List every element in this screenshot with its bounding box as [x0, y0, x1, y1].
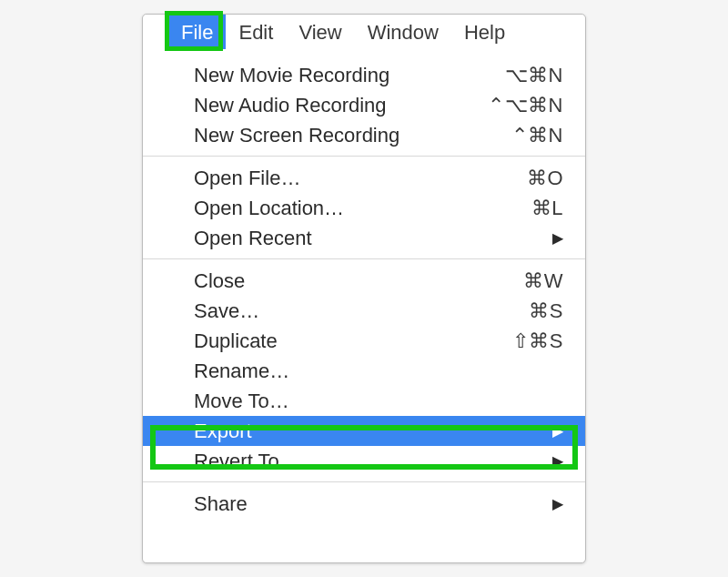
menu-shortcut: ⌘W — [523, 269, 563, 293]
menu-label: Open Recent — [194, 227, 312, 250]
menu-rename[interactable]: Rename… — [143, 356, 585, 386]
file-dropdown: New Movie Recording ⌥⌘N New Audio Record… — [143, 60, 585, 519]
menu-shortcut: ⌘O — [527, 167, 563, 190]
menu-save[interactable]: Save… ⌘S — [143, 296, 585, 326]
menubar: File Edit View Window Help — [143, 15, 585, 49]
menu-shortcut: ⌃⌥⌘N — [488, 94, 563, 117]
menu-duplicate[interactable]: Duplicate ⇧⌘S — [143, 326, 585, 356]
menu-new-movie-recording[interactable]: New Movie Recording ⌥⌘N — [143, 60, 585, 90]
menubar-window[interactable]: Window — [355, 15, 451, 49]
menubar-file[interactable]: File — [168, 15, 226, 49]
menu-separator — [143, 156, 585, 157]
menu-label: New Audio Recording — [194, 94, 387, 117]
menu-label: New Screen Recording — [194, 124, 399, 147]
menu-label: Open File… — [194, 167, 300, 190]
menu-label: Export — [194, 420, 252, 443]
menubar-edit[interactable]: Edit — [226, 15, 286, 49]
menu-label: New Movie Recording — [194, 64, 389, 87]
menu-new-screen-recording[interactable]: New Screen Recording ⌃⌘N — [143, 120, 585, 150]
menu-label: Move To… — [194, 390, 289, 413]
menu-label: Revert To — [194, 450, 279, 473]
menu-label: Save… — [194, 299, 259, 323]
menu-share[interactable]: Share ▶ — [143, 489, 585, 519]
menu-open-recent[interactable]: Open Recent ▶ — [143, 223, 585, 253]
menu-shortcut: ⌘L — [531, 197, 563, 220]
menubar-help[interactable]: Help — [451, 15, 518, 49]
menu-open-location[interactable]: Open Location… ⌘L — [143, 193, 585, 223]
menu-revert-to[interactable]: Revert To ▶ — [143, 446, 585, 476]
menu-shortcut: ⌥⌘N — [505, 64, 563, 87]
menu-label: Duplicate — [194, 329, 278, 353]
menu-label: Rename… — [194, 359, 289, 383]
menu-move-to[interactable]: Move To… — [143, 386, 585, 416]
menu-label: Close — [194, 269, 245, 293]
chevron-right-icon: ▶ — [552, 495, 563, 512]
menu-label: Open Location… — [194, 197, 344, 220]
menubar-view[interactable]: View — [286, 15, 354, 49]
menu-separator — [143, 258, 585, 259]
menu-export[interactable]: Export ▶ — [143, 416, 585, 446]
chevron-right-icon: ▶ — [552, 422, 563, 440]
menu-shortcut: ⇧⌘S — [512, 329, 563, 353]
menu-shortcut: ⌘S — [529, 299, 563, 323]
menu-open-file[interactable]: Open File… ⌘O — [143, 163, 585, 193]
chevron-right-icon: ▶ — [552, 229, 563, 247]
chevron-right-icon: ▶ — [552, 452, 563, 470]
menu-new-audio-recording[interactable]: New Audio Recording ⌃⌥⌘N — [143, 90, 585, 120]
menu-separator — [143, 481, 585, 482]
menu-label: Share — [194, 492, 248, 516]
menu-shortcut: ⌃⌘N — [511, 124, 563, 147]
menu-close[interactable]: Close ⌘W — [143, 266, 585, 296]
menu-window: File Edit View Window Help New Movie Rec… — [142, 14, 586, 563]
